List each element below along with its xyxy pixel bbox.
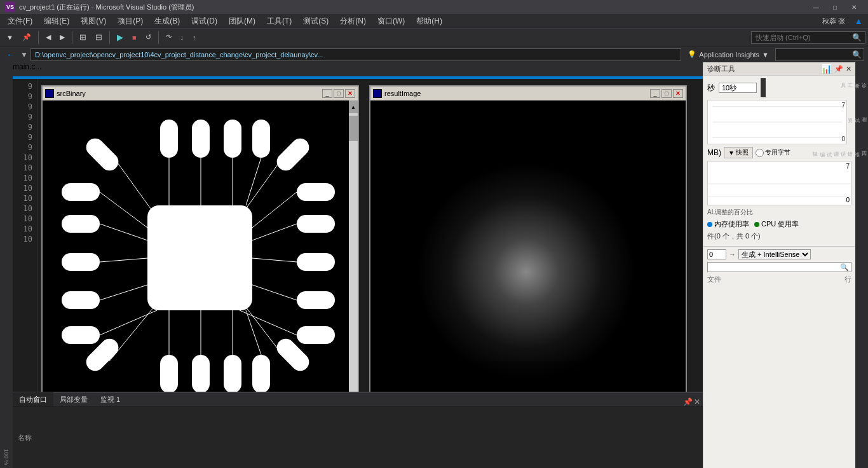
tab-locals[interactable]: 局部变量 xyxy=(53,392,94,406)
svg-rect-37 xyxy=(83,135,122,174)
menu-window[interactable]: 窗口(W) xyxy=(372,14,410,28)
filter-input[interactable] xyxy=(707,262,851,272)
menu-test[interactable]: 测试(S) xyxy=(298,14,334,28)
perf-chart-2: 7 0 xyxy=(707,161,851,205)
toolbar-step-into[interactable]: ↓ xyxy=(177,30,188,45)
cv-icon-result xyxy=(373,89,382,98)
toolbar-paste[interactable]: ⊟ xyxy=(92,30,106,45)
menu-project[interactable]: 项目(P) xyxy=(112,14,148,28)
nav-dropdown[interactable]: ▼ xyxy=(20,50,28,59)
address-input[interactable] xyxy=(31,48,681,61)
src-binary-maximize[interactable]: □ xyxy=(334,89,344,98)
app-insights-button[interactable]: 💡 Application Insights ▼ xyxy=(684,50,773,59)
result-close[interactable]: ✕ xyxy=(673,89,683,98)
app-insights-dropdown[interactable]: ▼ xyxy=(762,51,769,59)
ln-12: 10 xyxy=(18,193,32,203)
ln-1: 9 xyxy=(18,81,32,92)
result-image-titlebar: resultImage _ □ ✕ xyxy=(370,86,686,100)
ln-4: 9 xyxy=(18,112,32,122)
diag-chart-icon[interactable]: 📊 xyxy=(821,64,832,74)
snapshot-button[interactable]: ▼ 快照 xyxy=(724,147,753,158)
src-binary-scrollbar[interactable]: ▲ ▼ xyxy=(349,100,358,392)
title-left: VS cv_project1 (正在运行) - Microsoft Visual… xyxy=(5,2,194,12)
svg-rect-3 xyxy=(224,120,241,158)
ln-10: 10 xyxy=(18,173,32,183)
ln-6: 9 xyxy=(18,132,32,142)
result-minimize[interactable]: _ xyxy=(650,89,660,98)
config-input[interactable] xyxy=(707,249,726,259)
build-select[interactable]: 生成 + IntelliSense xyxy=(738,249,811,259)
svg-line-35 xyxy=(252,285,297,300)
toolbar-pin[interactable]: 📌 xyxy=(18,30,35,45)
menu-team[interactable]: 团队(M) xyxy=(224,14,261,28)
build-config-row: → 生成 + IntelliSense xyxy=(707,249,851,259)
minimize-button[interactable]: — xyxy=(807,1,825,13)
quick-launch-input[interactable] xyxy=(751,31,865,44)
toolbar-step-over[interactable]: ↷ xyxy=(162,30,175,45)
toolbar-debug-run[interactable]: ▶ xyxy=(113,30,127,45)
result-image-controls: _ □ ✕ xyxy=(650,89,683,98)
tab-main[interactable]: main.c... xyxy=(13,62,41,76)
dedicated-radio[interactable] xyxy=(756,149,764,157)
dedicated-radio-label: 专用字节 xyxy=(756,148,790,157)
menu-tools[interactable]: 工具(T) xyxy=(262,14,297,28)
result-image xyxy=(370,100,682,392)
toolbar-filter[interactable]: ▼ xyxy=(3,30,17,45)
diag-pin[interactable]: 📌 xyxy=(834,65,843,73)
tab-watch[interactable]: 监视 1 xyxy=(94,392,126,406)
dropdown-icon: ▼ xyxy=(728,149,735,156)
svg-rect-4 xyxy=(252,120,270,158)
perf-chart: 7 0 xyxy=(707,100,847,144)
nav-back[interactable]: ← xyxy=(4,50,18,60)
toolbar-copy[interactable]: ⊞ xyxy=(76,30,90,45)
menu-debug[interactable]: 调试(D) xyxy=(186,14,222,28)
scroll-track[interactable] xyxy=(349,113,358,392)
menu-edit[interactable]: 编辑(E) xyxy=(39,14,74,28)
toolbar-restart[interactable]: ↺ xyxy=(142,30,155,45)
dock-close[interactable]: ✕ xyxy=(694,397,700,406)
feedback-icon[interactable]: ▲ xyxy=(851,16,865,26)
cpu-usage: CPU 使用率 xyxy=(754,219,799,229)
close-button[interactable]: ✕ xyxy=(845,1,863,13)
toolbar-search-input[interactable] xyxy=(775,48,864,61)
menu-help[interactable]: 帮助(H) xyxy=(411,14,447,28)
dock-pin[interactable]: 📌 xyxy=(683,397,693,406)
chart-svg xyxy=(708,100,846,144)
svg-line-41 xyxy=(109,151,151,209)
chart-min: 0 xyxy=(841,135,845,142)
menu-analyze[interactable]: 分析(N) xyxy=(335,14,371,28)
diag-section-content: 秒 7 0 MB) ▼ 快照 xyxy=(703,76,855,246)
chart-max: 7 xyxy=(841,102,845,109)
time-slider[interactable] xyxy=(761,78,766,97)
toolbar-search-icon: 🔍 xyxy=(852,50,862,59)
toolbar-step-out[interactable]: ↑ xyxy=(189,30,200,45)
toolbar-back[interactable]: ◀ xyxy=(42,30,55,45)
maximize-button[interactable]: □ xyxy=(826,1,844,13)
app-insights-label: Application Insights xyxy=(699,51,759,59)
toolbar-stop[interactable]: ■ xyxy=(128,30,140,45)
svg-rect-46 xyxy=(370,100,682,151)
tab-auto-window[interactable]: 自动窗口 xyxy=(13,392,53,406)
bottom-dock-tabs: 自动窗口 局部变量 监视 1 📌 ✕ xyxy=(13,393,703,407)
scroll-thumb[interactable] xyxy=(349,116,358,141)
src-binary-minimize[interactable]: _ xyxy=(322,89,332,98)
scroll-up-btn[interactable]: ▲ xyxy=(349,100,358,113)
src-binary-close[interactable]: ✕ xyxy=(345,89,355,98)
right-icon-diag[interactable]: 诊断工具 xyxy=(857,66,867,92)
menu-build[interactable]: 生成(B) xyxy=(149,14,185,28)
cpu-dot xyxy=(754,222,759,227)
ln-3: 9 xyxy=(18,102,32,112)
svg-rect-38 xyxy=(273,135,313,174)
src-binary-content: ▲ ▼ xyxy=(43,100,358,392)
result-maximize[interactable]: □ xyxy=(661,89,672,98)
time-input[interactable] xyxy=(719,83,757,93)
ln-16: 10 xyxy=(18,234,32,244)
menu-file[interactable]: 文件(F) xyxy=(3,14,37,28)
right-icon-4[interactable]: 四维错误调试编辑 xyxy=(857,135,867,160)
filter-icon: 🔍 xyxy=(840,263,849,272)
diag-close[interactable]: ✕ xyxy=(846,65,851,73)
toolbar-forward[interactable]: ▶ xyxy=(56,30,69,45)
menu-view[interactable]: 视图(V) xyxy=(76,14,111,28)
right-icon-test[interactable]: 测试资源管理器 xyxy=(857,100,867,126)
svg-rect-15 xyxy=(297,215,335,233)
